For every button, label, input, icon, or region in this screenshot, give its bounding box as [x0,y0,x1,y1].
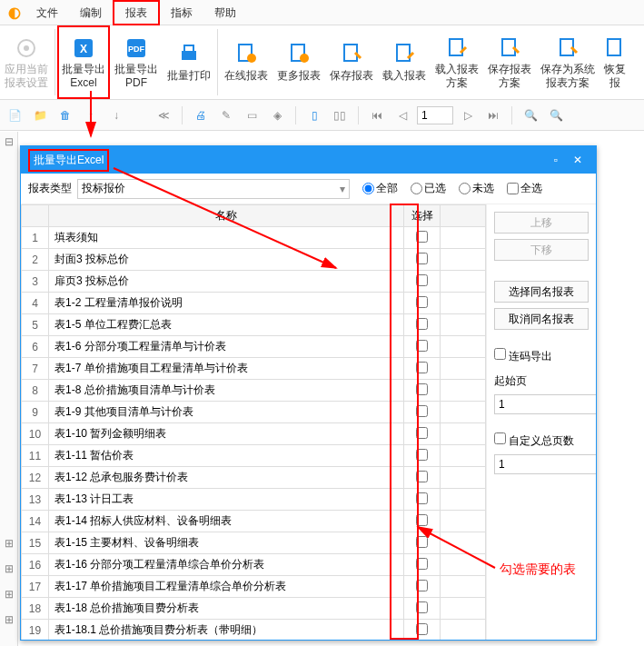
row-select-checkbox[interactable] [416,274,428,286]
row-select-checkbox[interactable] [416,471,428,482]
tree-toggle-2[interactable]: ⊞ [0,533,17,553]
load-report-plan-button[interactable]: 载入报表 方案 [431,25,483,99]
row-select-checkbox[interactable] [416,514,428,526]
restore-report-button[interactable]: 恢复 报 [599,25,630,99]
row-select-checkbox[interactable] [416,253,428,264]
radio-selected[interactable]: 已选 [411,181,446,196]
table-row[interactable]: 5表1-5 单位工程费汇总表 [22,314,486,336]
table-row[interactable]: 12表1-12 总承包服务费计价表 [22,467,486,489]
row-select-checkbox[interactable] [416,580,428,591]
row-select-checkbox[interactable] [416,536,428,548]
minimize-button[interactable]: ▫ [545,154,567,166]
radio-unselected-input[interactable] [459,183,471,194]
table-row[interactable]: 3扉页3 投标总价 [22,271,486,293]
print-button[interactable]: 🖨 [190,104,212,126]
tree-toggle-5[interactable]: ⊞ [0,610,17,630]
row-select-checkbox[interactable] [416,449,428,461]
table-row[interactable]: 2封面3 投标总价 [22,249,486,271]
table-row[interactable]: 18表1-18 总价措施项目费分析表 [22,598,486,620]
tree-toggle-1[interactable]: ⊟ [0,132,17,152]
cancel-same-name-button[interactable]: 取消同名报表 [494,308,589,330]
report-type-select[interactable]: 投标报价 ▾ [77,179,350,199]
first-page-button[interactable]: ⏮ [366,104,388,126]
select-all-checkbox[interactable] [507,183,519,194]
more-report-button[interactable]: 更多报表 [272,25,325,99]
row-select-checkbox[interactable] [416,492,428,504]
row-select-checkbox[interactable] [416,405,428,417]
batch-export-pdf-button[interactable]: PDF 批量导出 PDF [110,25,163,99]
row-select-checkbox[interactable] [416,296,428,308]
row-select-checkbox[interactable] [416,362,428,373]
table-row[interactable]: 14表1-14 招标人供应材料、设备明细表 [22,511,486,532]
menu-file[interactable]: 文件 [25,0,69,25]
serial-export-checkbox[interactable] [494,348,506,360]
start-page-input[interactable] [494,394,596,414]
table-row[interactable]: 4表1-2 工程量清单报价说明 [22,293,486,314]
row-select-checkbox[interactable] [416,427,428,439]
page-number-input[interactable] [417,106,453,124]
last-page-button[interactable]: ⏭ [482,104,504,126]
radio-all[interactable]: 全部 [362,181,398,196]
custom-total-checkbox[interactable] [494,432,506,444]
move-up-button[interactable]: ↑ [80,104,102,126]
checkbox-select-all[interactable]: 全选 [507,181,542,196]
table-row[interactable]: 19表1-18.1 总价措施项目费分析表（带明细） [22,620,486,641]
menu-report[interactable]: 报表 [113,0,160,25]
batch-export-excel-button[interactable]: X 批量导出 Excel [57,25,110,99]
tree-toggle-3[interactable]: ⊞ [0,559,17,579]
table-row[interactable]: 17表1-17 单价措施项目工程量清单综合单价分析表 [22,576,486,598]
radio-unselected[interactable]: 未选 [459,181,494,196]
row-select-checkbox[interactable] [416,558,428,570]
load-report-button[interactable]: 载入报表 [378,25,431,99]
table-row[interactable]: 7表1-7 单价措施项目工程量清单与计价表 [22,358,486,380]
move-up-button[interactable]: 上移 [494,212,589,234]
menu-compile[interactable]: 编制 [69,0,113,25]
tree-toggle-4[interactable]: ⊞ [0,584,17,604]
menu-help[interactable]: 帮助 [203,0,247,25]
next-page-button[interactable]: ▷ [457,104,479,126]
save-report-button[interactable]: 保存报表 [325,25,378,99]
table-row[interactable]: 6表1-6 分部分项工程量清单与计价表 [22,336,486,358]
table-row[interactable]: 15表1-15 主要材料、设备明细表 [22,532,486,554]
table-row[interactable]: 9表1-9 其他项目清单与计价表 [22,402,486,423]
move-down-button[interactable]: 下移 [494,239,589,261]
select-same-name-button[interactable]: 选择同名报表 [494,281,589,303]
save-as-system-plan-button[interactable]: 保存为系统 报表方案 [536,25,599,99]
custom-total-input[interactable] [494,454,596,474]
row-select-checkbox[interactable] [416,231,428,243]
single-page-button[interactable]: ▯ [303,104,325,126]
table-row[interactable]: 8表1-8 总价措施项目清单与计价表 [22,380,486,402]
menu-index[interactable]: 指标 [160,0,203,25]
table-row[interactable]: 13表1-13 计日工表 [22,489,486,511]
serial-export-checkbox-label[interactable]: 连码导出 [494,348,589,364]
close-button[interactable]: ✕ [567,154,589,166]
move-down-button[interactable]: ↓ [105,104,127,126]
row-select-checkbox[interactable] [416,340,428,352]
zoom-out-button[interactable]: 🔍 [545,104,567,126]
radio-selected-input[interactable] [411,183,422,194]
custom-total-checkbox-label[interactable]: 自定义总页数 [494,432,589,449]
table-row[interactable]: 10表1-10 暂列金额明细表 [22,423,486,445]
delete-button[interactable]: 🗑 [54,104,76,126]
multi-page-button[interactable]: ▯▯ [329,104,351,126]
watermark-button[interactable]: ◈ [266,104,288,126]
online-report-button[interactable]: 在线报表 [220,25,272,99]
table-row[interactable]: 16表1-16 分部分项工程量清单综合单价分析表 [22,554,486,576]
apply-report-settings-button[interactable]: 应用当前 报表设置 [0,25,53,99]
prev-page-button[interactable]: ◁ [391,104,413,126]
collapse-panel-button[interactable]: ≪ [153,104,174,126]
row-select-checkbox[interactable] [416,623,428,635]
save-report-plan-button[interactable]: 保存报表 方案 [483,25,536,99]
row-select-checkbox[interactable] [416,383,428,395]
radio-all-input[interactable] [362,183,374,194]
row-select-checkbox[interactable] [416,601,428,613]
batch-print-button[interactable]: 批量打印 [163,25,215,99]
zoom-in-button[interactable]: 🔍 [520,104,541,126]
new-folder-button[interactable]: 📁 [29,104,51,126]
new-doc-button[interactable]: 📄 [4,104,25,126]
edit-button[interactable]: ✎ [215,104,237,126]
row-select-checkbox[interactable] [416,318,428,330]
design-button[interactable]: ▭ [241,104,263,126]
table-row[interactable]: 11表1-11 暂估价表 [22,445,486,467]
table-row[interactable]: 1填表须知 [22,227,486,249]
